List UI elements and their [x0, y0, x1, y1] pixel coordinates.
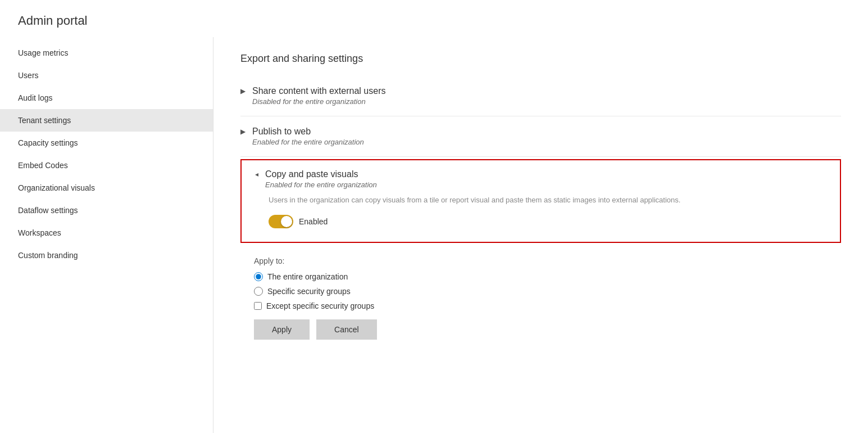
radio-label-entire-org: The entire organization — [267, 272, 348, 281]
checkbox-label-except-groups: Except specific security groups — [266, 301, 374, 310]
accordion-header-content-publish-web: Publish to web Enabled for the entire or… — [252, 127, 364, 146]
divider-2 — [240, 156, 841, 157]
accordion-header-content-share-content: Share content with external users Disabl… — [252, 86, 385, 106]
sidebar-item-audit-logs[interactable]: Audit logs — [0, 87, 213, 109]
chevron-icon-share-content: ▶ — [240, 87, 246, 95]
sidebar-item-dataflow-settings[interactable]: Dataflow settings — [0, 199, 213, 222]
cancel-button[interactable]: Cancel — [316, 319, 377, 340]
accordion-panel-copy-paste: ◂ Copy and paste visuals Enabled for the… — [240, 159, 841, 243]
sidebar-item-tenant-settings[interactable]: Tenant settings — [0, 109, 213, 132]
accordion-subtitle-share-content: Disabled for the entire organization — [252, 97, 385, 106]
apply-to-section: Apply to: The entire organization Specif… — [240, 247, 841, 340]
section-title: Export and sharing settings — [240, 53, 841, 65]
accordion-header-publish-web[interactable]: ▶ Publish to web Enabled for the entire … — [240, 119, 841, 154]
apply-button[interactable]: Apply — [254, 319, 310, 340]
toggle-label-copy-paste: Enabled — [299, 217, 328, 226]
expanded-subtitle-copy-paste: Enabled for the entire organization — [265, 181, 377, 189]
toggle-switch-copy-paste[interactable] — [269, 215, 293, 228]
toggle-row-copy-paste: Enabled — [269, 215, 826, 228]
accordion-subtitle-publish-web: Enabled for the entire organization — [252, 138, 364, 146]
sidebar-item-usage-metrics[interactable]: Usage metrics — [0, 42, 213, 64]
expanded-title-copy-paste: Copy and paste visuals — [265, 169, 377, 179]
chevron-icon-publish-web: ▶ — [240, 128, 246, 136]
accordion-title-share-content: Share content with external users — [252, 86, 385, 96]
page-title: Admin portal — [0, 0, 868, 37]
accordion-title-publish-web: Publish to web — [252, 127, 364, 137]
expanded-header-content-copy-paste: Copy and paste visuals Enabled for the e… — [265, 169, 377, 189]
checkbox-except-groups[interactable]: Except specific security groups — [240, 301, 841, 310]
sidebar-item-custom-branding[interactable]: Custom branding — [0, 244, 213, 267]
expanded-header-copy-paste[interactable]: ◂ Copy and paste visuals Enabled for the… — [255, 169, 826, 189]
sidebar-item-embed-codes[interactable]: Embed Codes — [0, 154, 213, 177]
radio-entire-org[interactable]: The entire organization — [240, 272, 841, 281]
expanded-description-copy-paste: Users in the organization can copy visua… — [269, 195, 826, 206]
sidebar-item-workspaces[interactable]: Workspaces — [0, 222, 213, 244]
radio-input-entire-org[interactable] — [254, 272, 263, 281]
sidebar-item-organizational-visuals[interactable]: Organizational visuals — [0, 177, 213, 199]
sidebar-item-capacity-settings[interactable]: Capacity settings — [0, 132, 213, 154]
sidebar: Usage metrics Users Audit logs Tenant se… — [0, 37, 213, 433]
accordion-header-share-content[interactable]: ▶ Share content with external users Disa… — [240, 78, 841, 114]
accordion-item-share-content: ▶ Share content with external users Disa… — [240, 78, 841, 116]
apply-to-label: Apply to: — [240, 256, 841, 265]
accordion-item-publish-web: ▶ Publish to web Enabled for the entire … — [240, 119, 841, 157]
divider-1 — [240, 116, 841, 116]
chevron-icon-copy-paste: ◂ — [255, 170, 258, 178]
action-buttons: Apply Cancel — [240, 319, 841, 340]
checkbox-input-except-groups[interactable] — [254, 302, 262, 310]
sidebar-item-users[interactable]: Users — [0, 64, 213, 87]
radio-specific-groups[interactable]: Specific security groups — [240, 287, 841, 296]
main-layout: Usage metrics Users Audit logs Tenant se… — [0, 37, 868, 433]
radio-input-specific-groups[interactable] — [254, 287, 263, 296]
app-container: Admin portal Usage metrics Users Audit l… — [0, 0, 868, 433]
main-content: Export and sharing settings ▶ Share cont… — [213, 37, 868, 433]
radio-label-specific-groups: Specific security groups — [267, 287, 351, 296]
